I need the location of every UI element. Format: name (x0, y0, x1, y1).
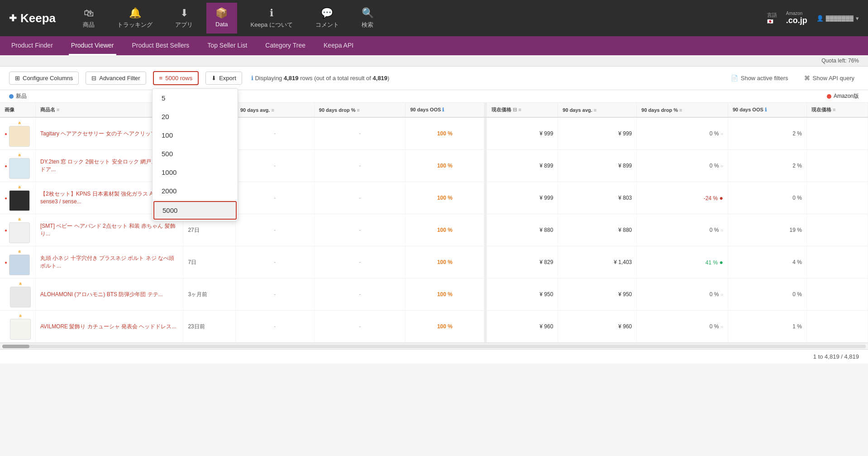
product-name-link[interactable]: 【2枚セット】KPNS 日本素材製 強化ガラス AQUOS sense3 / s… (40, 191, 169, 205)
nav-item-tracking[interactable]: 🔔 トラッキング (108, 3, 162, 34)
show-api-query-label: Show API query (813, 75, 855, 82)
cell-new-90oos: 100 % (405, 150, 484, 182)
data-icon: 📦 (215, 7, 228, 19)
cell-amazon-price: ¥ 829 (487, 246, 558, 278)
cell-amazon-price: ¥ 999 (487, 117, 558, 150)
cell-new-90avg: - (235, 311, 314, 343)
cell-amazon-90drop: 0 % ○ (637, 278, 728, 311)
product-name-link[interactable]: Tagitary ヘアアクセサリー 女の子 ヘアクリップ... (40, 130, 161, 137)
lang-flag[interactable]: 🇯🇵 (767, 19, 777, 24)
cell-current-price2 (806, 311, 868, 343)
rows-option-100[interactable]: 100 (153, 126, 238, 144)
sub-nav: Product Finder Product Viewer Product Be… (0, 36, 868, 55)
subnav-keepa-api[interactable]: Keepa API (321, 36, 356, 55)
amazon-domain-text: .co.jp (786, 16, 807, 25)
pagination-text: 1 to 4,819 / 4,819 (813, 353, 859, 360)
rows-label: 5000 rows (165, 75, 192, 82)
sort-icon-name[interactable]: ≡ (57, 107, 59, 112)
sort-icon-avg2[interactable]: ≡ (594, 107, 596, 113)
rows-dropdown-button[interactable]: ≡ 5000 rows (153, 71, 199, 85)
cell-amazon-90oos: 4 % (728, 246, 806, 278)
table-row: ● a Tagitary ヘアアクセサリー 女の子 ヘアクリップ...45日--… (0, 117, 868, 150)
toolbar: ⊞ Configure Columns ⊟ Advanced Filter ≡ … (0, 67, 868, 90)
cell-amazon-90oos: 2 % (728, 117, 806, 150)
cell-product-name: 丸頭 小ネジ 十字穴付き プラスネジ ボルト ネジ なべ頭 ボルト... (36, 246, 183, 278)
cell-amazon-90avg: ¥ 803 (558, 182, 637, 214)
nav-items: 🛍 商品 🔔 トラッキング ⬇ アプリ 📦 Data ℹ Keepa について … (74, 3, 767, 34)
nav-item-apps[interactable]: ⬇ アプリ (166, 3, 202, 34)
subnav-category-tree[interactable]: Category Tree (263, 36, 308, 55)
scrollbar-thumb[interactable] (2, 345, 29, 348)
subnav-top-seller-list[interactable]: Top Seller List (205, 36, 249, 55)
sort-icon-drop2[interactable]: ≡ (679, 107, 682, 113)
product-name-link[interactable]: 丸頭 小ネジ 十字穴付き プラスネジ ボルト ネジ なべ頭 ボルト... (40, 255, 174, 269)
comments-icon: 💬 (321, 7, 333, 19)
cell-new-90avg: - (235, 150, 314, 182)
export-button[interactable]: ⬇ Export (205, 72, 242, 85)
filter-price-icon[interactable]: ⊟ (513, 107, 517, 112)
new-badge: 新品 (9, 92, 27, 100)
nav-item-products[interactable]: 🛍 商品 (74, 3, 104, 34)
show-api-query-button[interactable]: ⌘ Show API query (800, 72, 859, 84)
search-icon: 🔍 (362, 7, 374, 19)
cell-last: 3ヶ月前 (183, 278, 235, 311)
export-label: Export (219, 75, 236, 82)
logo[interactable]: ✚ Keepa (9, 11, 56, 25)
cell-amazon-price: ¥ 880 (487, 214, 558, 246)
sort-icon-price2[interactable]: ≡ (833, 107, 835, 112)
cell-new-90drop: - (314, 150, 405, 182)
quota-bar: Quota left: 76% (0, 55, 868, 67)
logo-text: Keepa (20, 11, 56, 25)
top-nav: ✚ Keepa 🛍 商品 🔔 トラッキング ⬇ アプリ 📦 Data ℹ Kee… (0, 0, 868, 36)
nav-label-about: Keepa について (251, 21, 293, 29)
nav-item-about[interactable]: ℹ Keepa について (242, 3, 302, 34)
cell-amazon-90drop: 0 % ○ (637, 214, 728, 246)
cell-new-90drop: - (314, 278, 405, 311)
sort-icon-drop[interactable]: ≡ (357, 107, 360, 113)
product-name-link[interactable]: [SMT] ベビー ヘアバンド 2点セット 和装 赤ちゃん 髪飾り... (40, 223, 176, 237)
rows-option-5[interactable]: 5 (153, 89, 238, 107)
amazon-label: Amazon (786, 11, 807, 16)
rows-option-5000[interactable]: 5000 (153, 201, 237, 220)
cell-last: 23日前 (183, 311, 235, 343)
cell-amazon-90drop: 0 % ○ (637, 117, 728, 150)
cell-amazon-90oos: 0 % (728, 182, 806, 214)
table-row: a AVILMORE 髪飾り カチューシャ 発表会 ヘッドドレス...23日前-… (0, 311, 868, 343)
cell-current-price2 (806, 246, 868, 278)
horizontal-scrollbar[interactable] (0, 343, 868, 349)
rows-dropdown: 5 20 100 500 1000 2000 5000 (152, 88, 238, 221)
cell-new-90avg: - (235, 278, 314, 311)
subnav-product-finder[interactable]: Product Finder (9, 36, 55, 55)
nav-label-search: 検索 (362, 21, 373, 29)
advanced-filter-button[interactable]: ⊟ Advanced Filter (86, 72, 146, 85)
filter-icon: ⊟ (91, 75, 96, 82)
cell-amazon-90oos: 1 % (728, 311, 806, 343)
info-oos-icon2[interactable]: ℹ (765, 107, 767, 112)
info-oos-icon[interactable]: ℹ (442, 107, 444, 112)
sort-icon-avg[interactable]: ≡ (271, 107, 274, 113)
rows-option-20[interactable]: 20 (153, 107, 238, 126)
cell-new-90oos: 100 % (405, 278, 484, 311)
cell-new-90oos: 100 % (405, 117, 484, 150)
rows-option-500[interactable]: 500 (153, 144, 238, 163)
rows-option-1000[interactable]: 1000 (153, 163, 238, 182)
product-name-link[interactable]: AVILMORE 髪飾り カチューシャ 発表会 ヘッドドレス... (40, 323, 176, 330)
nav-item-comments[interactable]: 💬 コメント (306, 3, 348, 34)
table-row: ● a 【2枚セット】KPNS 日本素材製 強化ガラス AQUOS sense3… (0, 182, 868, 214)
show-active-filters-button[interactable]: 📄 Show active filters (726, 72, 793, 84)
configure-columns-button[interactable]: ⊞ Configure Columns (9, 72, 79, 85)
user-button[interactable]: 👤 ▓▓▓▓▓▓▓ ▾ (816, 15, 859, 22)
rows-option-2000[interactable]: 2000 (153, 182, 238, 200)
nav-item-search[interactable]: 🔍 検索 (353, 3, 383, 34)
scrollbar-track[interactable] (2, 345, 866, 348)
col-amazon-90drop: 90 days drop % ≡ (637, 103, 728, 117)
cell-amazon-90avg: ¥ 880 (558, 214, 637, 246)
sort-price-icon[interactable]: ≡ (519, 107, 521, 112)
nav-item-data[interactable]: 📦 Data (206, 3, 237, 34)
cell-new-90avg: - (235, 214, 314, 246)
footer-bar: 1 to 4,819 / 4,819 (0, 349, 868, 364)
subnav-product-viewer[interactable]: Product Viewer (69, 36, 116, 55)
subnav-product-best-sellers[interactable]: Product Best Sellers (130, 36, 192, 55)
configure-columns-label: Configure Columns (23, 75, 73, 82)
product-name-link[interactable]: ALOHAMONI (アロハモニ) BTS 防弾少年団 テテ... (40, 291, 163, 298)
